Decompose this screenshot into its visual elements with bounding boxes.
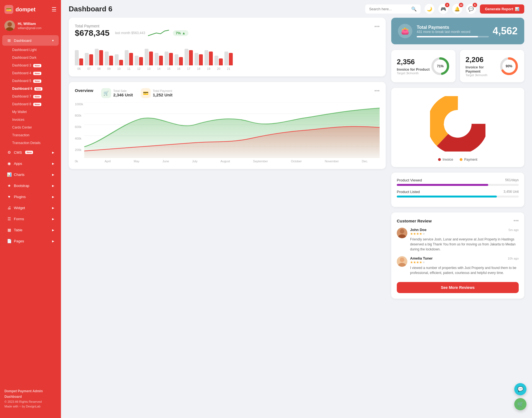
svg-text:62%: 62% <box>444 122 452 127</box>
chevron-down-icon: ▼ <box>52 39 54 42</box>
sidebar-sub-mywallet[interactable]: My Wallet <box>2 108 59 116</box>
bar-labels: 06070809101112131415161718192021 <box>75 67 380 70</box>
bar-red <box>99 50 103 65</box>
sidebar-item-charts[interactable]: 📊 Charts ▶ <box>2 169 59 180</box>
see-more-reviews-button[interactable]: See More Reviews <box>397 282 519 293</box>
sidebar-item-pages[interactable]: 📄 Pages ▶ <box>2 236 59 246</box>
sidebar-sub-dashboard8[interactable]: Dashboard 8 New <box>2 100 59 108</box>
footer-made-with: Made with ♥ by DexignLab <box>4 404 57 409</box>
bar-x-label: 18 <box>195 67 203 70</box>
theme-toggle-button[interactable]: 🌙 <box>424 4 434 14</box>
notifications-badge: 12 <box>459 3 463 7</box>
invoice-payment-donut: 90% <box>499 57 519 76</box>
sidebar-item-label: Widget <box>14 206 25 210</box>
reviewer-time-2: 10h ago <box>508 257 519 260</box>
bar-group <box>155 53 163 65</box>
bar-gray <box>75 50 79 65</box>
hamburger-button[interactable]: ☰ <box>52 6 57 13</box>
game-controller-button[interactable]: 🎮 2 <box>438 4 448 14</box>
footer-title: Dompet Payment Admin Dashboard <box>4 389 57 399</box>
sidebar-sub-transaction[interactable]: Transaction <box>2 131 59 139</box>
bar-x-label: 12 <box>135 67 143 70</box>
bar-group <box>214 56 223 65</box>
chevron-right-icon: ▶ <box>52 206 54 209</box>
bar-red <box>189 50 193 65</box>
sidebar-item-label: Apps <box>14 161 22 166</box>
chart-x-labels: AprilMayJuneJulyAugustSeptemberOctoberNo… <box>84 160 380 163</box>
invoice-payment-number: 2,206 <box>466 55 499 64</box>
payment-dot <box>460 158 462 161</box>
sidebar-item-plugins[interactable]: ♥ Plugins ▶ <box>2 191 59 202</box>
total-sale-value: 2,346 Unit <box>113 93 133 97</box>
invoice-payment-card: 2,206 Invoice for Payment Target 3k/mont… <box>460 50 524 82</box>
sidebar-item-table[interactable]: ▦ Table ▶ <box>2 225 59 235</box>
notifications-button[interactable]: 🔔 12 <box>452 4 462 14</box>
search-icon: 🔍 <box>411 6 417 12</box>
sidebar-item-apps[interactable]: ◉ Apps ▶ <box>2 158 59 169</box>
bar-gray <box>125 50 129 65</box>
product-listed-row: Product Listed 3,456 Unit <box>397 190 519 198</box>
logo-icon: 💳 <box>4 5 13 14</box>
invoice-payment-percent: 90% <box>499 57 519 76</box>
bar-gray <box>95 49 99 65</box>
bar-red <box>149 52 153 65</box>
search-input[interactable] <box>369 7 409 11</box>
bar-gray <box>204 50 208 65</box>
floating-buttons: 💬 🛒 <box>514 383 526 410</box>
sidebar-item-forms[interactable]: ☰ Forms ▶ <box>2 214 59 224</box>
bar-chart-container: 06070809101112131415161718192021 <box>75 43 380 70</box>
sidebar-sub-dashboard-dark[interactable]: Dashboard Dark <box>2 54 59 61</box>
sidebar-item-dashboard[interactable]: ⊞ Dashboard ▼ <box>2 35 59 46</box>
sidebar-sub-invoices[interactable]: Invoices <box>2 116 59 124</box>
sidebar-sub-dashboard5[interactable]: Dashboard 5 New <box>2 77 59 85</box>
product-viewed-bar <box>397 184 519 186</box>
bar-group <box>224 52 233 65</box>
left-column: Total Payment $678,345 last month $563,4… <box>69 18 386 299</box>
sidebar-item-widget[interactable]: 🖨 Widget ▶ <box>2 202 59 213</box>
chevron-right-icon: ▶ <box>52 217 54 220</box>
cart-float-button[interactable]: 🛒 <box>514 398 526 410</box>
bar-x-label: 08 <box>95 67 103 70</box>
invoice-product-target: Target 3k/month <box>397 71 429 75</box>
sidebar-item-label: CMS <box>14 150 22 155</box>
overview-dots-menu[interactable]: ••• <box>374 88 380 94</box>
bar-red <box>229 53 233 65</box>
controller-icon: 🎮 <box>441 6 446 12</box>
bar-group <box>95 49 103 65</box>
banner-progress-fill <box>417 36 478 37</box>
bar-x-label: 10 <box>115 67 123 70</box>
sidebar-sub-cardscenter[interactable]: Cards Center <box>2 124 59 131</box>
bar-red <box>139 57 143 65</box>
card-dots-menu[interactable]: ••• <box>374 24 380 30</box>
reviewer-name-1: John Doe <box>410 228 426 232</box>
sidebar-item-bootstrap[interactable]: ★ Bootstrap ▶ <box>2 180 59 191</box>
invoice-product-card: 2,356 Invoice for Product Target 3k/mont… <box>391 50 456 82</box>
trend-value: 7% <box>176 31 181 35</box>
payment-legend-label: Payment <box>464 158 477 161</box>
bar-group <box>185 49 193 65</box>
review-dots-menu[interactable]: ••• <box>513 218 519 224</box>
sidebar-sub-dashboard-light[interactable]: Dashboard Light <box>2 46 59 54</box>
topbar: Dashboard 6 🔍 🌙 🎮 2 🔔 12 💬 5 Gen <box>61 0 532 18</box>
messages-button[interactable]: 💬 5 <box>466 4 476 14</box>
bar-x-label: 11 <box>125 67 133 70</box>
chat-float-button[interactable]: 💬 <box>514 383 526 395</box>
sidebar-sub-dashboard7[interactable]: Dashboard 7 New <box>2 93 59 100</box>
sidebar-sub-dashboard4[interactable]: Dashboard 4 New <box>2 69 59 77</box>
total-payment-title: Total Payment <box>75 24 188 28</box>
review-header: Customer Review ••• <box>397 218 519 224</box>
generate-report-button[interactable]: Generate Report 📊 <box>480 4 524 14</box>
bar-x-label: 15 <box>165 67 173 70</box>
bar-gray <box>85 53 89 65</box>
sidebar-sub-dashboard3[interactable]: Dashboard 3 New <box>2 61 59 69</box>
bar-gray <box>175 54 178 65</box>
sidebar-item-cms[interactable]: ⚙ CMS New ▶ <box>2 147 59 158</box>
chevron-right-icon: ▶ <box>52 240 54 243</box>
bar-gray <box>185 49 188 65</box>
sidebar-logo[interactable]: 💳 dompet <box>4 5 35 14</box>
overview-title: Overview <box>75 88 93 98</box>
sidebar-sub-transaction-details[interactable]: Transaction Details <box>2 139 59 147</box>
sidebar-sub-dashboard6[interactable]: Dashboard 6 New <box>2 85 59 93</box>
product-viewed-value: 561/days <box>505 178 519 182</box>
bar-gray <box>224 52 228 65</box>
